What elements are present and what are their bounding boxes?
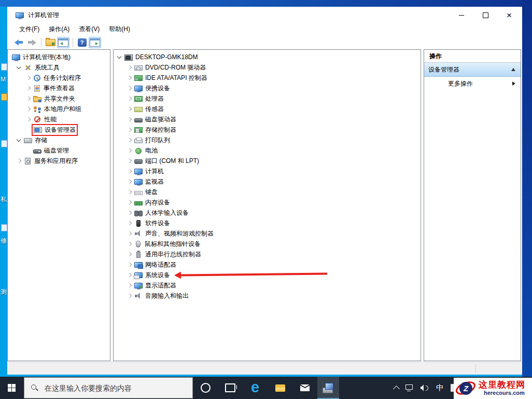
tree-item[interactable]: 存储 — [8, 135, 110, 145]
device-manager-taskbar-button[interactable] — [317, 377, 339, 399]
tree-item[interactable]: 共享文件夹 — [8, 93, 110, 104]
mail-button[interactable] — [292, 377, 317, 399]
menu-view[interactable]: 查看(V) — [74, 23, 104, 35]
chevron-down-icon[interactable] — [117, 54, 122, 60]
cortana-button[interactable] — [193, 377, 218, 399]
chevron-right-icon[interactable] — [127, 75, 132, 80]
chevron-right-icon[interactable] — [127, 210, 132, 215]
task-view-button[interactable] — [218, 377, 243, 399]
tray-chevron-up-icon[interactable] — [393, 386, 400, 392]
start-button[interactable] — [0, 377, 24, 399]
network-icon[interactable] — [405, 384, 414, 391]
tree-item[interactable]: 事件查看器 — [8, 83, 110, 93]
more-actions-item[interactable]: 更多操作 — [424, 77, 521, 90]
tree-item[interactable]: 处理器 — [114, 93, 421, 104]
menu-help[interactable]: 帮助(H) — [104, 23, 135, 35]
close-button[interactable]: × — [497, 7, 521, 23]
tree-item[interactable]: 监视器 — [114, 176, 421, 187]
help-button[interactable]: ? — [76, 37, 88, 48]
chevron-right-icon[interactable] — [127, 127, 132, 132]
chevron-right-icon[interactable] — [127, 106, 132, 112]
chevron-right-icon[interactable] — [127, 252, 132, 257]
chevron-down-icon[interactable] — [16, 137, 21, 143]
tree-item[interactable]: 键盘 — [114, 187, 421, 197]
tree-item[interactable]: DVD/CD-ROM 驱动器 — [114, 62, 421, 73]
menu-file[interactable]: 文件(F) — [15, 23, 44, 35]
chevron-right-icon[interactable] — [25, 117, 31, 122]
console-tree-toggle-button[interactable] — [57, 37, 69, 48]
ime-indicator[interactable]: 中 — [436, 383, 444, 393]
tree-item[interactable]: 计算机管理(本地) — [8, 52, 110, 62]
edge-button[interactable]: e — [243, 377, 268, 399]
tree-item[interactable]: 传感器 — [114, 104, 421, 114]
chevron-right-icon[interactable] — [127, 283, 132, 288]
actions-section-device-manager[interactable]: 设备管理器 — [424, 63, 521, 77]
tree-item[interactable]: 本地用户和组 — [8, 104, 110, 114]
tree-item[interactable]: IDE ATA/ATAPI 控制器 — [114, 73, 421, 83]
tree-item[interactable]: DESKTOP-GMK18DM — [114, 52, 421, 62]
chevron-right-icon[interactable] — [127, 272, 132, 278]
chevron-right-icon[interactable] — [127, 65, 132, 70]
file-explorer-button[interactable] — [268, 377, 292, 399]
chevron-right-icon[interactable] — [127, 148, 132, 153]
chevron-right-icon[interactable] — [127, 293, 132, 298]
action-pane-toggle-button[interactable] — [89, 37, 101, 48]
tree-item[interactable]: 磁盘驱动器 — [114, 114, 421, 125]
chevron-right-icon[interactable] — [127, 231, 132, 236]
chevron-right-icon[interactable] — [127, 200, 132, 205]
tree-item[interactable]: 打印队列 — [114, 135, 421, 145]
tree-item[interactable]: 磁盘管理 — [8, 145, 110, 156]
chevron-right-icon[interactable] — [127, 117, 132, 122]
tree-item[interactable]: 内存设备 — [114, 197, 421, 208]
chevron-right-icon[interactable] — [127, 179, 132, 184]
tree-item[interactable]: 便携设备 — [114, 83, 421, 93]
chevron-right-icon[interactable] — [25, 96, 31, 101]
watermark: Z 这里教程网 herecours.com — [454, 378, 532, 399]
chevron-right-icon[interactable] — [16, 158, 21, 163]
tree-item[interactable]: 声音、视频和游戏控制器 — [114, 228, 421, 239]
tree-item[interactable]: 通用串行总线控制器 — [114, 249, 421, 259]
back-button[interactable] — [12, 37, 25, 48]
export-list-button[interactable] — [44, 37, 57, 48]
volume-icon[interactable] — [421, 384, 429, 391]
chevron-down-icon[interactable] — [16, 65, 21, 70]
tree-item[interactable]: 服务和应用程序 — [8, 156, 110, 166]
tree-item[interactable]: 电池 — [114, 145, 421, 156]
tree-item[interactable]: 性能 — [8, 114, 110, 125]
chevron-right-icon[interactable] — [127, 96, 132, 101]
tree-item[interactable]: 设备管理器 — [8, 125, 110, 135]
collapse-up-icon[interactable] — [511, 68, 515, 71]
tree-item[interactable]: 系统工具 — [8, 62, 110, 73]
tree-item[interactable]: 端口 (COM 和 LPT) — [114, 156, 421, 166]
minimize-button[interactable] — [450, 7, 473, 23]
chevron-right-icon[interactable] — [127, 221, 132, 226]
tree-item[interactable]: 系统设备 — [114, 270, 421, 280]
tree-item[interactable]: 任务计划程序 — [8, 73, 110, 83]
tree-item[interactable]: 显示适配器 — [114, 280, 421, 291]
chevron-right-icon[interactable] — [127, 158, 132, 163]
tree-item[interactable]: 人体学输入设备 — [114, 208, 421, 218]
tree-item[interactable]: 音频输入和输出 — [114, 291, 421, 301]
chevron-right-icon[interactable] — [127, 241, 132, 246]
chevron-right-icon[interactable] — [25, 106, 31, 112]
print-queue-icon — [134, 139, 143, 143]
tree-item[interactable]: 软件设备 — [114, 218, 421, 228]
taskbar-search[interactable] — [24, 377, 193, 398]
tree-item[interactable]: 计算机 — [114, 166, 421, 176]
chevron-right-icon[interactable] — [25, 75, 31, 80]
chevron-right-icon[interactable] — [127, 262, 132, 267]
tree-item[interactable]: 存储控制器 — [114, 125, 421, 135]
menu-action[interactable]: 操作(A) — [44, 23, 74, 35]
chevron-right-icon[interactable] — [127, 137, 132, 143]
tree-item[interactable]: 网络适配器 — [114, 259, 421, 270]
chevron-right-icon[interactable] — [127, 86, 132, 91]
tree-item[interactable]: 鼠标和其他指针设备 — [114, 239, 421, 249]
search-input[interactable] — [44, 383, 180, 393]
forward-button[interactable] — [25, 37, 38, 48]
tree-item-label: 本地用户和组 — [44, 105, 81, 114]
maximize-button[interactable] — [473, 7, 497, 23]
maximize-icon — [483, 12, 488, 18]
chevron-right-icon[interactable] — [127, 189, 132, 195]
chevron-right-icon[interactable] — [127, 169, 132, 174]
chevron-right-icon[interactable] — [25, 86, 31, 91]
